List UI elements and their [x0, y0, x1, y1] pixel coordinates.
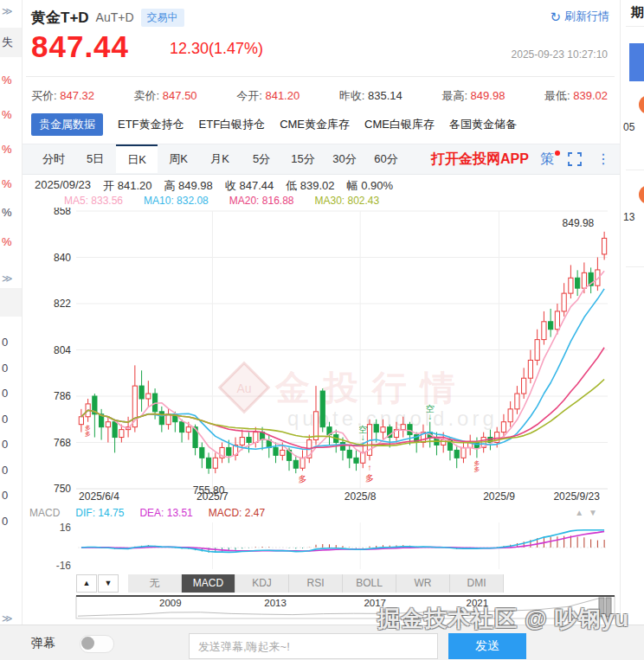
price-fragment: 0: [2, 464, 8, 477]
ma-legend-item: MA5: 833.56: [64, 195, 123, 207]
indicator-tab-RSI[interactable]: RSI: [289, 574, 343, 593]
danmaku-input[interactable]: [189, 633, 438, 659]
price-row: 847.44 12.30(1.47%) 2025-09-23 10:27:10: [31, 29, 611, 69]
data-tab-各国黄金储备[interactable]: 各国黄金储备: [449, 117, 517, 132]
svg-text:840: 840: [54, 252, 71, 264]
data-tab-ETF白银持仓[interactable]: ETF白银持仓: [199, 117, 266, 132]
svg-text:804: 804: [54, 344, 71, 356]
indicator-tab-WR[interactable]: WR: [396, 574, 450, 593]
symbol-title: 黄金T+D: [31, 8, 89, 28]
period-tab-周K[interactable]: 周K: [158, 144, 199, 174]
data-tab-ETF黄金持仓[interactable]: ETF黄金持仓: [118, 117, 184, 132]
period-tab-5分[interactable]: 5分: [241, 144, 282, 174]
right-collapsed-panel[interactable]: 期205213: [620, 0, 644, 660]
quote-field-label: 最低:: [544, 89, 573, 102]
candlestick-chart[interactable]: 858840822804786768750Au金投行情quote.cngold.…: [23, 208, 620, 507]
quote-field: 昨收: 835.14: [339, 88, 402, 104]
quote-summary-row: 买价: 847.32卖价: 847.50今开: 841.20昨收: 835.14…: [31, 88, 608, 104]
high-price-label: 849.98: [563, 217, 595, 229]
quote-field-value: 849.98: [471, 89, 506, 102]
price-change: 12.30(1.47%): [170, 40, 263, 58]
kline-stat: 高 849.98: [164, 178, 212, 194]
price-fragment: 0: [2, 336, 8, 349]
kline-stat: 开 841.20: [103, 178, 151, 194]
nav-handle[interactable]: [606, 598, 611, 617]
period-tab-60分[interactable]: 60分: [365, 144, 407, 174]
danmaku-bar: 弹幕 发送: [0, 625, 644, 660]
expand-panel-icon: ≫: [2, 5, 13, 17]
percent-fragment: %: [2, 206, 12, 219]
ma-legend-item: MA20: 816.88: [229, 195, 294, 207]
refresh-label: 刷新行情: [564, 9, 609, 24]
ma-legend-item: MA30: 802.43: [314, 195, 379, 207]
nav-handle[interactable]: [599, 598, 604, 617]
price-fragment: 0: [2, 387, 8, 400]
indicator-tab-BOLL[interactable]: BOLL: [343, 574, 396, 593]
strategy-notification-dot: [555, 151, 560, 156]
signal-scribble: 多: [85, 431, 91, 437]
indicator-tab-KDJ[interactable]: KDJ: [235, 574, 289, 593]
indicator-up-button[interactable]: ▲: [76, 574, 97, 593]
period-tab-日K[interactable]: 日K: [116, 144, 158, 173]
price-fragment: 0: [2, 362, 8, 375]
right-panel-button[interactable]: [629, 43, 644, 81]
svg-text:金投行情: 金投行情: [274, 368, 469, 407]
refresh-quote-button[interactable]: ↻ 刷新行情: [550, 9, 609, 24]
quote-field-value: 847.50: [163, 89, 197, 102]
quote-field-value: 835.14: [368, 89, 402, 102]
macd-collapse-arrows[interactable]: ▲▼: [575, 508, 602, 517]
data-tab-贵金属数据[interactable]: 贵金属数据: [31, 113, 103, 136]
quote-field-label: 买价:: [31, 89, 60, 102]
price-fragment: 0: [2, 413, 8, 426]
period-tab-30分[interactable]: 30分: [324, 144, 365, 174]
divider: [626, 26, 644, 27]
news-avatar-icon: 2: [639, 185, 644, 204]
quote-field-value: 839.02: [573, 89, 608, 102]
svg-text:-16: -16: [56, 560, 72, 572]
period-tab-5日[interactable]: 5日: [74, 144, 116, 174]
indicator-tab-MACD[interactable]: MACD: [182, 574, 235, 593]
rail-header-block: [0, 288, 22, 317]
open-app-link[interactable]: 打开金投网APP: [431, 144, 529, 174]
svg-text:2025/9/23: 2025/9/23: [553, 490, 600, 503]
danmaku-toggle[interactable]: [80, 635, 114, 653]
percent-fragment: %: [2, 74, 12, 87]
strategy-button[interactable]: 策: [540, 144, 554, 174]
quote-field: 今开: 841.20: [236, 88, 299, 104]
quote-field: 最低: 839.02: [544, 88, 608, 104]
header-divider: [26, 76, 615, 77]
timeline-navigator[interactable]: 2009201320172021: [23, 594, 620, 620]
kline-info-row: 2025/09/23开 841.20高 849.98收 847.44低 839.…: [35, 178, 393, 194]
kline-stat: 收 847.44: [225, 178, 274, 194]
quote-field: 最高: 849.98: [441, 88, 505, 104]
percent-fragment: %: [2, 235, 12, 248]
indicator-down-button[interactable]: ▼: [98, 574, 119, 593]
percent-fragment: %: [2, 177, 12, 190]
price-fragment: 0: [2, 489, 8, 502]
send-button[interactable]: 发送: [448, 633, 526, 659]
svg-text:16: 16: [60, 522, 72, 534]
macd-value: MACD: 2.47: [209, 507, 265, 519]
indicator-tab-无[interactable]: 无: [128, 574, 182, 593]
macd-header: MACD DIF: 14.75 DEA: 13.51 MACD: 2.47 ▲▼: [29, 507, 615, 519]
more-menu-icon[interactable]: ⋮: [596, 144, 610, 174]
svg-text:768: 768: [54, 437, 71, 449]
period-tab-月K[interactable]: 月K: [199, 144, 241, 174]
data-tab-CME白银库存[interactable]: CME白银库存: [364, 117, 435, 132]
quote-field-value: 841.20: [265, 89, 299, 102]
svg-text:2009: 2009: [159, 598, 182, 608]
indicator-bar: ▲ ▼ 无MACDKDJRSIBOLLWRDMI: [23, 574, 620, 593]
svg-text:2025/6/4: 2025/6/4: [79, 490, 119, 503]
quote-timestamp: 2025-09-23 10:27:10: [512, 48, 608, 61]
period-tab-15分[interactable]: 15分: [282, 144, 324, 174]
indicator-tab-DMI[interactable]: DMI: [450, 574, 504, 593]
signal-short: ↓: [428, 412, 432, 421]
macd-panel[interactable]: 16-16: [23, 519, 620, 573]
fullscreen-icon[interactable]: [568, 152, 582, 166]
signal-short: ↓: [361, 433, 365, 442]
left-collapsed-panel[interactable]: ≫失%%%%%%≫00000000≫失: [0, 0, 23, 660]
svg-text:2021: 2021: [467, 598, 489, 608]
data-tab-CME黄金库存[interactable]: CME黄金库存: [280, 117, 350, 132]
low-price-label: 755.80: [193, 484, 225, 497]
period-tab-分时[interactable]: 分时: [33, 144, 74, 174]
